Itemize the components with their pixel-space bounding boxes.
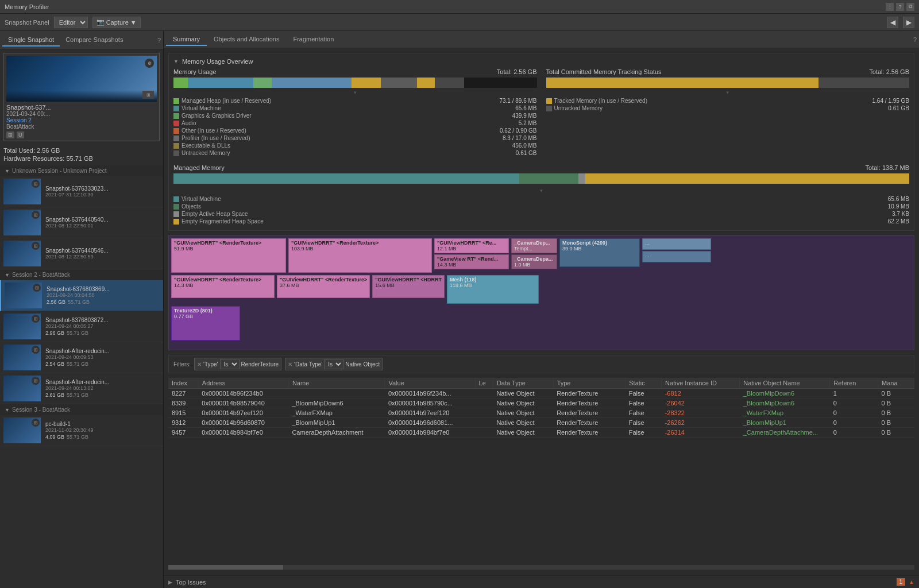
left-panel-help-icon[interactable]: ? [157,37,161,44]
tab-objects-allocations[interactable]: Objects and Allocations [207,33,286,46]
col-header-le[interactable]: Le [475,378,493,389]
legend-color-icon [173,196,179,202]
nav-forward-button[interactable]: ▶ [903,17,914,28]
filter-remove-1[interactable]: ✕ [197,361,202,368]
tab-compare-snapshots[interactable]: Compare Snapshots [60,34,129,47]
col-header-name[interactable]: Name [288,378,385,389]
frag-right-col: ... ... [642,238,711,262]
memory-two-col: Memory Usage Total: 2.56 GB [173,68,909,157]
filter-bar: Filters: ✕ 'Type' Is RenderTexture ✕ 'Da… [168,355,914,373]
table-row[interactable]: 8915 0x0000014b97eef120 _WaterFXMap 0x00… [168,408,914,418]
frag-block[interactable]: "GameView RT" <Rend... 14.3 MB [434,254,509,269]
frag-block[interactable]: _CameraDepa... 1.0 MB [511,254,557,269]
fragmentation-area: "GUIViewHDRRT" <RenderTexture> 51.9 MB "… [168,235,914,350]
frag-block[interactable]: "GUIViewHDRRT" <Re... 12.1 MB [434,238,509,253]
session-header-unknown[interactable]: ▼ Unknown Session - Unknown Project [0,165,163,176]
issues-count-badge: 1 [897,578,906,586]
tab-fragmentation[interactable]: Fragmentation [286,33,341,46]
os-icon: ⊞ [33,284,41,292]
snapshot-name: Snapshot-6376803869... [47,286,160,292]
managed-memory-section: Managed Memory Total: 138.7 MB ▼ Virtual… [173,164,909,225]
frag-block[interactable]: "GUIViewHDRRT" <RenderTexture> 14.3 MB [171,275,275,298]
cell-name: _BloomMipUp1 [288,418,385,428]
frag-block[interactable]: ... [642,238,711,250]
cell-static: False [625,408,662,418]
frag-block[interactable]: "GUIViewHDRRT" <RenderTexture> 37.6 MB [277,275,370,298]
cell-le [475,399,493,408]
section-collapse-icon[interactable]: ▼ [173,59,179,64]
unity-icon: U [17,131,24,138]
settings-icon[interactable]: ⋮ [886,3,894,11]
cell-nativename: _BloomMipDown6 [740,389,830,399]
frag-block[interactable]: ... [642,251,711,262]
top-issues-expand-icon[interactable]: ▶ [168,579,172,585]
filter-operator-1[interactable]: Is [220,359,240,369]
col-header-index[interactable]: Index [168,378,198,389]
capture-button[interactable]: 📷 Capture ▼ [92,17,141,28]
snapshot-tab-bar: Single Snapshot Compare Snapshots ? [0,31,163,49]
cell-nativeid[interactable]: -26042 [662,399,740,408]
col-header-datatype[interactable]: Data Type [493,378,553,389]
session-header-2[interactable]: ▼ Session 2 - BoatAttack [0,269,163,280]
col-header-address[interactable]: Address [198,378,288,389]
col-header-type[interactable]: Type [553,378,625,389]
featured-snapshot[interactable]: ⚙ ⊞ Snapshot-637... 2021-09-24 00:... Se… [3,53,160,141]
table-row[interactable]: 8227 0x0000014b96f234b0 0x0000014b96f234… [168,389,914,399]
list-item[interactable]: ⊞ Snapshot-6376440540... 2021-08-12 22:5… [0,207,163,238]
legend-color-icon [173,219,179,225]
cell-nativeid[interactable]: -28322 [662,408,740,418]
tab-summary[interactable]: Summary [166,33,207,46]
horizontal-scrollbar[interactable] [168,565,914,570]
frag-block[interactable]: "GUIViewHDRRT" <RenderTexture> 103.9 MB [288,238,432,273]
table-row[interactable]: 8339 0x0000014b98579040 _BloomMipDown6 0… [168,399,914,408]
frag-texture-block[interactable]: Texture2D (801) 0.77 GB [171,306,240,341]
col-header-mana[interactable]: Mana [878,378,914,389]
cell-nativeid[interactable]: -26262 [662,418,740,428]
col-header-nativeid[interactable]: Native Instance ID [662,378,740,389]
filter-operator-2[interactable]: Is [324,359,343,369]
scroll-indicator3: ▼ [173,188,909,194]
col-header-static[interactable]: Static [625,378,662,389]
tab-single-snapshot[interactable]: Single Snapshot [2,34,60,47]
table-row[interactable]: 9312 0x0000014b96d60870 _BloomMipUp1 0x0… [168,418,914,428]
cell-nativeid[interactable]: -26314 [662,428,740,438]
frag-block[interactable]: _CameraDep... Tempt... [511,238,557,253]
frag-block[interactable]: "GUIViewHDRRT" <RenderTexture> 51.9 MB [171,238,286,273]
frag-mesh-block[interactable]: Mesh (118) 118.6 MB [447,275,539,304]
cell-nativeid[interactable]: -6812 [662,389,740,399]
filter-remove-2[interactable]: ✕ [288,361,292,368]
editor-select[interactable]: Editor [54,17,88,28]
empty-active-bar [578,173,586,184]
snapshot-info: Snapshot-6376803869... 2021-09-24 00:04:… [47,286,160,305]
help-icon[interactable]: ? [896,3,904,11]
tracked-bar [546,78,818,88]
table-row[interactable]: 9457 0x0000014b984bf7e0 CameraDepthAttac… [168,428,914,438]
filter-field-1: 'Type' [203,361,218,368]
list-item[interactable]: ⊞ pc-build-1 2021-11-02 20:30:49 4.09 GB… [0,415,163,446]
legend-value: 5.2 MB [519,120,537,126]
frag-size: 0.77 GB [174,314,237,319]
list-item[interactable]: ⊞ Snapshot-6376440546... 2021-08-12 22:5… [0,238,163,269]
popout-icon[interactable]: ⧉ [906,3,914,11]
content-help-icon[interactable]: ? [913,36,917,43]
list-item[interactable]: ⊞ Snapshot-After-reducin... 2021-09-24 0… [0,342,163,373]
list-item[interactable]: ⊞ Snapshot-6376803869... 2021-09-24 00:0… [0,280,163,311]
list-item[interactable]: ⊞ Snapshot-After-reducin... 2021-09-24 0… [0,373,163,404]
frag-block[interactable]: "GUIViewHDRRT" <HDRRT 15.6 MB [372,275,445,298]
table-body: 8227 0x0000014b96f234b0 0x0000014b96f234… [168,389,914,438]
col-header-ref[interactable]: Referen [830,378,878,389]
scrollbar-thumb[interactable] [168,565,283,570]
graphics-bar [272,78,352,88]
legend-label: Audio [182,120,516,126]
session-header-3[interactable]: ▼ Session 3 - BoatAttack [0,404,163,415]
list-item[interactable]: ⊞ Snapshot-6376803872... 2021-09-24 00:0… [0,311,163,342]
legend-value: 73.1 / 89.6 MB [499,98,536,104]
col-header-nativename[interactable]: Native Object Name [740,378,830,389]
list-item[interactable]: ⊞ Snapshot-6376333023... 2021-07-31 12:1… [0,176,163,207]
frag-row-2: "GUIViewHDRRT" <RenderTexture> 14.3 MB "… [171,275,912,304]
snapshot-info: Snapshot-After-reducin... 2021-09-24 00:… [45,379,160,398]
nav-back-button[interactable]: ◀ [887,17,898,28]
col-header-value[interactable]: Value [385,378,475,389]
legend-tracked: Tracked Memory (In use / Reserved) 1.64 … [546,98,910,104]
frag-mono-block[interactable]: MonoScript (4209) 39.0 MB [559,238,640,267]
